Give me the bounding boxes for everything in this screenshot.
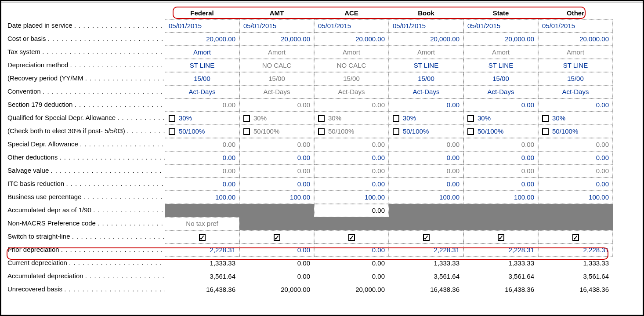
cell-prior[interactable]: 2,228.31 <box>165 243 239 257</box>
checkbox-qual30[interactable] <box>243 115 250 122</box>
cell-depr_method[interactable]: ST LINE <box>389 59 463 72</box>
checkbox-qual50[interactable] <box>169 128 175 135</box>
cell-date_placed[interactable]: 05/01/2015 <box>538 19 613 33</box>
cell-recovery[interactable]: 15/00 <box>389 72 463 85</box>
cell-buspct[interactable]: 100.00 <box>463 191 538 204</box>
cell-qual30[interactable]: 30% <box>463 112 538 125</box>
cell-salvage[interactable]: 0.00 <box>538 164 613 178</box>
cell-buspct[interactable]: 100.00 <box>165 191 239 204</box>
checkbox-qual50[interactable] <box>467 128 474 135</box>
cell-sec179[interactable]: 0.00 <box>463 98 538 112</box>
cell-recovery[interactable]: 15/00 <box>463 72 538 85</box>
cell-itc[interactable]: 0.00 <box>239 178 314 191</box>
cell-spec_allow[interactable]: 0.00 <box>538 138 613 151</box>
cell-date_placed[interactable]: 05/01/2015 <box>314 19 389 33</box>
cell-spec_allow[interactable]: 0.00 <box>389 138 463 151</box>
cell-qual50[interactable]: 50/100% <box>389 125 463 138</box>
checkbox-qual30[interactable] <box>318 115 325 122</box>
cell-cost[interactable]: 20,000.00 <box>538 33 613 46</box>
cell-prior[interactable]: 2,228.31 <box>463 243 538 257</box>
cell-salvage[interactable]: 0.00 <box>165 164 239 178</box>
cell-qual50[interactable]: 50/100% <box>463 125 538 138</box>
cell-qual50[interactable]: 50/100% <box>314 125 389 138</box>
cell-recovery[interactable]: 15/00 <box>538 72 613 85</box>
cell-itc[interactable]: 0.00 <box>389 178 463 191</box>
cell-recovery[interactable]: 15/00 <box>165 72 239 85</box>
checkbox-qual30[interactable] <box>467 115 474 122</box>
cell-sec179[interactable]: 0.00 <box>538 98 613 112</box>
cell-sec179[interactable]: 0.00 <box>389 98 463 112</box>
cell-other_ded[interactable]: 0.00 <box>239 151 314 164</box>
cell-depr_method[interactable]: NO CALC <box>239 59 314 72</box>
cell-itc[interactable]: 0.00 <box>463 178 538 191</box>
cell-date_placed[interactable]: 05/01/2015 <box>389 19 463 33</box>
cell-other_ded[interactable]: 0.00 <box>165 151 239 164</box>
cell-convention[interactable]: Act-Days <box>389 85 463 98</box>
cell-depr_method[interactable]: ST LINE <box>165 59 239 72</box>
checkbox-qual50[interactable] <box>243 128 250 135</box>
cell-sec179[interactable]: 0.00 <box>314 98 389 112</box>
cell-qual50[interactable]: 50/100% <box>538 125 613 138</box>
checkbox-switch[interactable] <box>274 234 280 241</box>
cell-switch[interactable] <box>239 230 314 243</box>
cell-qual30[interactable]: 30% <box>239 112 314 125</box>
cell-depr_method[interactable]: ST LINE <box>463 59 538 72</box>
cell-spec_allow[interactable]: 0.00 <box>239 138 314 151</box>
cell-prior[interactable]: 2,228.31 <box>389 243 463 257</box>
cell-tax_system[interactable]: Amort <box>463 46 538 59</box>
cell-buspct[interactable]: 100.00 <box>314 191 389 204</box>
cell-other_ded[interactable]: 0.00 <box>538 151 613 164</box>
cell-prior[interactable]: 2,228.31 <box>538 243 613 257</box>
cell-other_ded[interactable]: 0.00 <box>389 151 463 164</box>
cell-spec_allow[interactable]: 0.00 <box>314 138 389 151</box>
cell-cost[interactable]: 20,000.00 <box>165 33 239 46</box>
cell-spec_allow[interactable]: 0.00 <box>165 138 239 151</box>
cell-qual50[interactable]: 50/100% <box>165 125 239 138</box>
cell-date_placed[interactable]: 05/01/2015 <box>463 19 538 33</box>
cell-qual30[interactable]: 30% <box>538 112 613 125</box>
cell-qual30[interactable]: 30% <box>314 112 389 125</box>
cell-switch[interactable] <box>538 230 613 243</box>
cell-qual30[interactable]: 30% <box>389 112 463 125</box>
cell-buspct[interactable]: 100.00 <box>389 191 463 204</box>
cell-sec179[interactable]: 0.00 <box>165 98 239 112</box>
cell-switch[interactable] <box>389 230 463 243</box>
cell-depr_method[interactable]: ST LINE <box>538 59 613 72</box>
checkbox-qual50[interactable] <box>318 128 325 135</box>
cell-itc[interactable]: 0.00 <box>314 178 389 191</box>
cell-prior[interactable]: 0.00 <box>314 243 389 257</box>
cell-other_ded[interactable]: 0.00 <box>463 151 538 164</box>
cell-tax_system[interactable]: Amort <box>538 46 613 59</box>
cell-salvage[interactable]: 0.00 <box>389 164 463 178</box>
checkbox-switch[interactable] <box>348 234 355 241</box>
checkbox-switch[interactable] <box>199 234 206 241</box>
checkbox-switch[interactable] <box>498 234 504 241</box>
cell-spec_allow[interactable]: 0.00 <box>463 138 538 151</box>
checkbox-switch[interactable] <box>423 234 430 241</box>
cell-accum90[interactable]: 0.00 <box>314 204 389 217</box>
cell-convention[interactable]: Act-Days <box>538 85 613 98</box>
cell-salvage[interactable]: 0.00 <box>314 164 389 178</box>
cell-convention[interactable]: Act-Days <box>463 85 538 98</box>
cell-depr_method[interactable]: NO CALC <box>314 59 389 72</box>
cell-buspct[interactable]: 100.00 <box>239 191 314 204</box>
cell-convention[interactable]: Act-Days <box>165 85 239 98</box>
cell-prior[interactable]: 0.00 <box>239 243 314 257</box>
checkbox-qual30[interactable] <box>169 115 175 122</box>
cell-other_ded[interactable]: 0.00 <box>314 151 389 164</box>
cell-cost[interactable]: 20,000.00 <box>463 33 538 46</box>
cell-salvage[interactable]: 0.00 <box>463 164 538 178</box>
cell-switch[interactable] <box>165 230 239 243</box>
cell-tax_system[interactable]: Amort <box>239 46 314 59</box>
checkbox-qual50[interactable] <box>542 128 549 135</box>
cell-switch[interactable] <box>463 230 538 243</box>
cell-tax_system[interactable]: Amort <box>314 46 389 59</box>
cell-cost[interactable]: 20,000.00 <box>239 33 314 46</box>
cell-qual30[interactable]: 30% <box>165 112 239 125</box>
checkbox-qual30[interactable] <box>393 115 399 122</box>
cell-date_placed[interactable]: 05/01/2015 <box>165 19 239 33</box>
cell-convention[interactable]: Act-Days <box>314 85 389 98</box>
cell-nonmacrs[interactable]: No tax pref <box>165 217 239 230</box>
cell-tax_system[interactable]: Amort <box>389 46 463 59</box>
cell-recovery[interactable]: 15/00 <box>314 72 389 85</box>
